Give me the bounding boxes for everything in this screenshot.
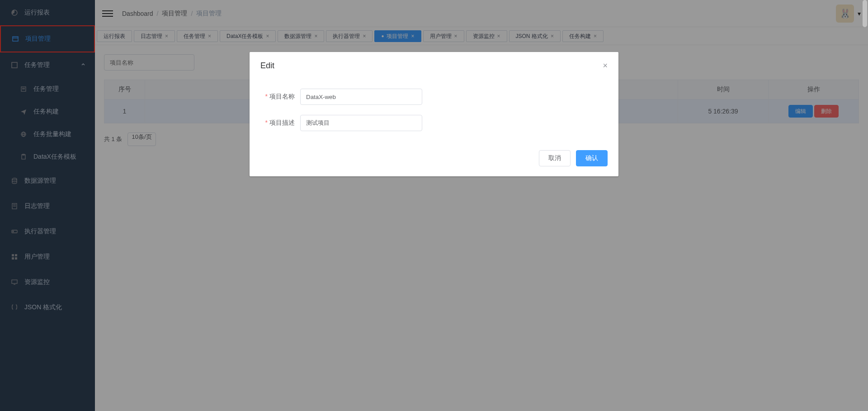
form-row-name: *项目名称 — [260, 89, 608, 105]
project-desc-input[interactable] — [300, 115, 422, 131]
modal-mask[interactable]: Edit × *项目名称 *项目描述 取消 确认 — [0, 0, 868, 411]
dialog-title: Edit — [260, 61, 274, 71]
name-label: *项目名称 — [260, 93, 300, 101]
label-text: 项目名称 — [269, 93, 295, 100]
project-name-input[interactable] — [300, 89, 422, 105]
edit-dialog: Edit × *项目名称 *项目描述 取消 确认 — [250, 52, 618, 176]
cancel-button[interactable]: 取消 — [539, 150, 571, 166]
dialog-header: Edit × — [250, 52, 618, 75]
desc-label: *项目描述 — [260, 119, 300, 127]
dialog-body: *项目名称 *项目描述 — [250, 75, 618, 146]
form-row-desc: *项目描述 — [260, 115, 608, 131]
dialog-footer: 取消 确认 — [250, 146, 618, 176]
close-icon[interactable]: × — [603, 61, 608, 71]
scrollbar-thumb[interactable] — [863, 0, 867, 27]
label-text: 项目描述 — [269, 119, 295, 126]
confirm-button[interactable]: 确认 — [576, 150, 608, 166]
